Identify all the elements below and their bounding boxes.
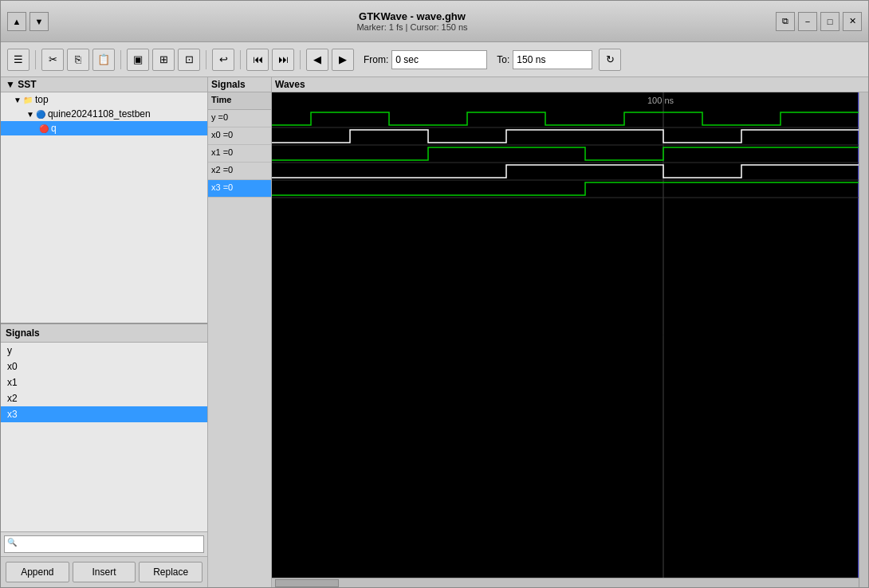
fast-forward-button[interactable]: ⏭ [272, 49, 294, 71]
maximize-button[interactable]: □ [820, 12, 840, 31]
copy-button[interactable]: ⎘ [67, 49, 89, 71]
wave-body [272, 92, 859, 587]
signal-row-x3: x3 =0 [208, 180, 271, 198]
horizontal-scrollbar[interactable] [272, 578, 859, 587]
restore-button[interactable]: ⧉ [776, 12, 795, 31]
select-all-button[interactable]: ▣ [127, 49, 149, 71]
paste-button[interactable]: 📋 [92, 49, 115, 71]
cut-button[interactable]: ✂ [41, 49, 64, 71]
signal-item-x0[interactable]: x0 [1, 359, 207, 374]
tree-label-top: top [35, 94, 49, 105]
titlebar-controls-right: ⧉ − □ ✕ [776, 12, 862, 31]
from-input[interactable] [391, 50, 487, 69]
sst-section: ▼ SST ▼ 📁 top ▼ 🔵 quine20241108_testben … [1, 77, 207, 324]
toolbar-separator-1 [35, 50, 36, 69]
zoom-fit-button[interactable]: ⊞ [152, 49, 175, 71]
tree-item-top[interactable]: ▼ 📁 top [1, 92, 207, 107]
main-area: ▼ SST ▼ 📁 top ▼ 🔵 quine20241108_testben … [1, 77, 868, 587]
prev-marker-button[interactable]: ◀ [306, 49, 328, 71]
signals-title: Signals [6, 327, 40, 339]
waves-col-header: Waves [272, 77, 868, 92]
collapse-arrow-testbench: ▼ [26, 110, 34, 119]
append-button[interactable]: Append [6, 562, 69, 582]
folder-icon-top: 📁 [23, 96, 33, 104]
close-button[interactable]: ✕ [843, 12, 862, 31]
next-marker-button[interactable]: ▶ [332, 49, 354, 71]
signals-section: Signals y x0 x1 x2 x3 Append Insert [1, 324, 207, 587]
signal-item-x2[interactable]: x2 [1, 390, 207, 406]
bottom-buttons: Append Insert Replace [1, 556, 207, 587]
toolbar-separator-4 [240, 50, 241, 69]
sst-title: SST [18, 79, 36, 90]
left-panel: ▼ SST ▼ 📁 top ▼ 🔵 quine20241108_testben … [1, 77, 208, 587]
titlebar-center: GTKWave - wave.ghw Marker: 1 fs | Cursor… [49, 10, 776, 32]
collapse-down-button[interactable]: ▼ [29, 12, 49, 31]
tree-label-q: q [51, 123, 57, 134]
wave-header-row: Signals Waves [208, 77, 868, 92]
toolbar-separator-2 [120, 50, 121, 69]
window-title: GTKWave - wave.ghw [49, 10, 776, 22]
sst-header: ▼ SST [1, 77, 207, 92]
toolbar: ☰ ✂ ⎘ 📋 ▣ ⊞ ⊡ ↩ ⏮ ⏭ ◀ ▶ From: To: ↻ [1, 42, 868, 77]
signals-col-header: Signals [208, 77, 272, 92]
titlebar: ▲ ▼ GTKWave - wave.ghw Marker: 1 fs | Cu… [1, 1, 868, 42]
signal-icon-q: 🔴 [39, 124, 49, 133]
toolbar-separator-3 [206, 50, 206, 69]
menu-button[interactable]: ☰ [7, 49, 29, 71]
signals-time-col: Time y =0 x0 =0 x1 =0 x2 =0 x3 =0 [208, 92, 272, 587]
signal-row-x2: x2 =0 [208, 163, 271, 180]
goto-start-button[interactable]: ⏮ [246, 49, 269, 71]
collapse-arrow-top: ▼ [14, 96, 22, 104]
main-window: ▲ ▼ GTKWave - wave.ghw Marker: 1 fs | Cu… [0, 0, 869, 588]
signal-row-x0: x0 =0 [208, 127, 271, 145]
minimize-button[interactable]: − [798, 12, 817, 31]
refresh-button[interactable]: ↻ [599, 49, 621, 71]
from-label: From: [364, 54, 388, 65]
signals-header: Signals [1, 324, 207, 343]
signals-list[interactable]: y x0 x1 x2 x3 [1, 343, 207, 531]
to-input[interactable] [513, 50, 592, 69]
undo-button[interactable]: ↩ [212, 49, 234, 71]
to-label: To: [497, 54, 509, 65]
time-header: Time [208, 92, 271, 110]
tree-item-q[interactable]: 🔴 q [1, 121, 207, 135]
insert-button[interactable]: Insert [73, 562, 136, 582]
signal-item-y[interactable]: y [1, 343, 207, 359]
right-panel: Signals Waves Time y =0 x0 =0 x1 =0 x2 =… [208, 77, 868, 587]
titlebar-controls-left: ▲ ▼ [7, 12, 49, 31]
replace-button[interactable]: Replace [139, 562, 203, 582]
waveform-canvas[interactable] [272, 92, 859, 578]
zoom-select-button[interactable]: ⊡ [178, 49, 200, 71]
sst-collapse-arrow[interactable]: ▼ [6, 79, 18, 90]
tree-item-testbench[interactable]: ▼ 🔵 quine20241108_testben [1, 107, 207, 121]
signal-row-x1: x1 =0 [208, 145, 271, 163]
toolbar-separator-5 [300, 50, 301, 69]
tree-label-testbench: quine20241108_testben [48, 108, 151, 120]
window-subtitle: Marker: 1 fs | Cursor: 150 ns [49, 22, 776, 32]
search-input[interactable] [4, 535, 204, 553]
wave-content: Time y =0 x0 =0 x1 =0 x2 =0 x3 =0 [208, 92, 868, 587]
vertical-scrollbar[interactable] [859, 92, 868, 587]
waveform-area[interactable] [272, 92, 859, 578]
sst-tree[interactable]: ▼ 📁 top ▼ 🔵 quine20241108_testben 🔴 q [1, 92, 207, 323]
search-wrapper [4, 535, 204, 553]
module-icon-testbench: 🔵 [36, 110, 45, 119]
signal-row-y: y =0 [208, 110, 271, 127]
collapse-up-button[interactable]: ▲ [7, 12, 26, 31]
search-bar [1, 531, 207, 556]
signal-item-x1[interactable]: x1 [1, 374, 207, 390]
signal-item-x3[interactable]: x3 [1, 406, 207, 422]
